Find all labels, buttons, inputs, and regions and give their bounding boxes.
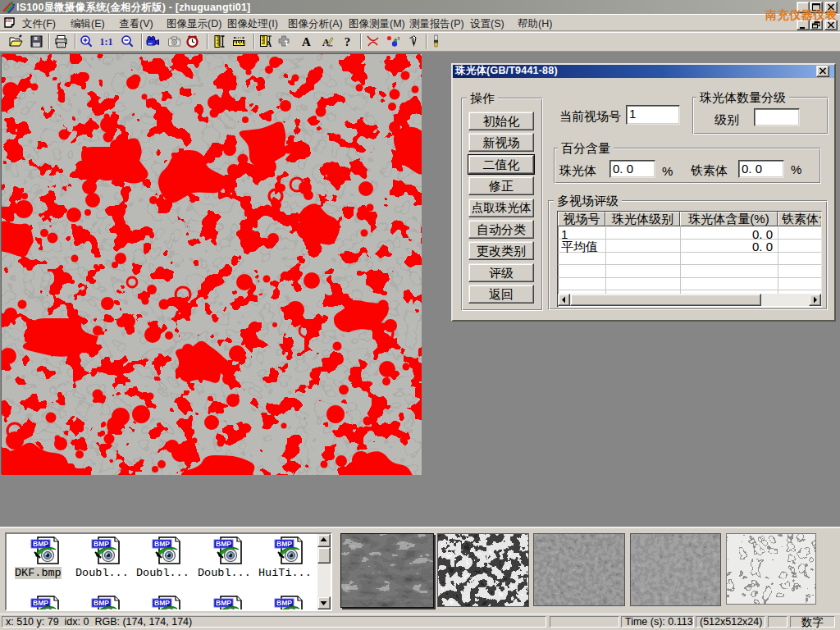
svg-text:?: ?: [345, 35, 351, 48]
svg-text:3: 3: [397, 35, 399, 42]
svg-text:A: A: [266, 39, 272, 48]
svg-text:A: A: [302, 35, 311, 48]
svg-text:DOC: DOC: [6, 19, 13, 23]
svg-text:1:1: 1:1: [100, 36, 113, 48]
